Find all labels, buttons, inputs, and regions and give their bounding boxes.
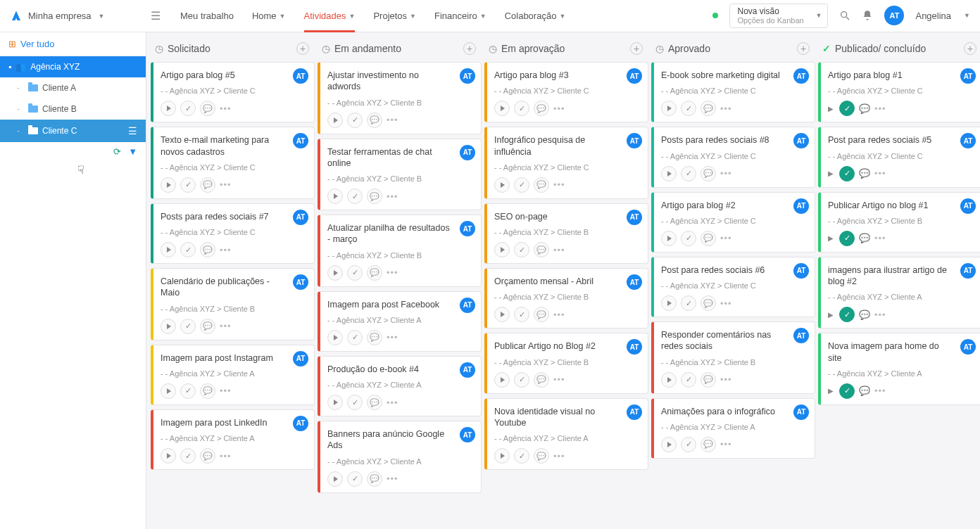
check-button[interactable] <box>180 448 196 464</box>
kanban-card[interactable]: ATCalendário de publicações - Maio- - Ag… <box>151 268 315 340</box>
kanban-card[interactable]: ATE-book sobre marketing digital- - Agên… <box>651 62 815 122</box>
play-button[interactable] <box>661 295 677 311</box>
check-button[interactable] <box>347 189 363 204</box>
kanban-card[interactable]: ATImagem para post Facebook- - Agência X… <box>318 291 482 352</box>
chat-button[interactable] <box>534 372 549 388</box>
filter-icon[interactable]: ▼ <box>128 146 137 157</box>
chat-button[interactable] <box>701 231 716 246</box>
view-selector[interactable]: Nova visão Opções do Kanban ▼ <box>729 4 828 29</box>
chat-icon[interactable]: 💬 <box>859 310 870 320</box>
kanban-card[interactable]: ATNova identidade visual no Youtube- - A… <box>484 398 648 471</box>
more-icon[interactable]: ••• <box>220 179 232 190</box>
done-button[interactable] <box>839 166 855 181</box>
chat-button[interactable] <box>367 330 382 345</box>
play-button[interactable] <box>494 372 510 388</box>
add-card-button[interactable]: + <box>296 42 309 55</box>
chat-button[interactable] <box>534 101 549 116</box>
play-button[interactable] <box>494 307 510 322</box>
nav-atividades[interactable]: Atividades▼ <box>304 0 356 32</box>
more-icon[interactable]: ••• <box>720 298 732 309</box>
check-button[interactable] <box>681 101 696 116</box>
assignee-avatar[interactable]: AT <box>960 68 976 84</box>
assignee-avatar[interactable]: AT <box>293 351 308 367</box>
chat-button[interactable] <box>701 101 716 116</box>
sidebar-item-cliente-a[interactable]: -Cliente A <box>0 77 146 98</box>
done-button[interactable] <box>839 101 855 116</box>
more-icon[interactable]: ••• <box>220 321 232 331</box>
sidebar-item-cliente-b[interactable]: -Cliente B <box>0 98 146 120</box>
more-icon[interactable]: ••• <box>720 233 732 243</box>
assignee-avatar[interactable]: AT <box>460 362 475 378</box>
done-button[interactable] <box>839 231 855 246</box>
kanban-card[interactable]: ATBanners para anúncio Google Ads- - Agê… <box>318 421 482 493</box>
check-button[interactable] <box>180 383 196 399</box>
more-icon[interactable]: ••• <box>387 267 398 278</box>
play-button[interactable] <box>327 330 343 345</box>
more-icon[interactable]: ••• <box>387 332 398 343</box>
kanban-card[interactable]: ATArtigo para blog #1- - Agência XYZ > C… <box>818 62 980 122</box>
play-button[interactable] <box>161 319 176 334</box>
play-button[interactable] <box>661 231 677 246</box>
chevron-down-icon[interactable]: ▼ <box>964 12 970 19</box>
play-button[interactable] <box>661 101 677 116</box>
play-button[interactable] <box>161 383 176 399</box>
more-icon[interactable]: ••• <box>387 473 398 484</box>
kanban-card[interactable]: ATPosts para redes sociais #7- - Agência… <box>151 203 315 264</box>
play-button[interactable] <box>661 372 677 388</box>
check-button[interactable] <box>347 113 363 128</box>
chat-button[interactable] <box>701 295 716 311</box>
brand-selector[interactable]: Minha empresa ▼ <box>10 10 146 23</box>
chat-icon[interactable]: 💬 <box>859 103 870 114</box>
more-icon[interactable]: ••• <box>387 397 398 408</box>
more-icon[interactable]: ••• <box>874 233 886 243</box>
play-button[interactable] <box>661 166 677 181</box>
assignee-avatar[interactable]: AT <box>793 263 809 279</box>
kanban-card[interactable]: ATTestar ferramentas de chat online- - A… <box>318 139 482 211</box>
more-icon[interactable]: ••• <box>720 168 732 179</box>
add-card-button[interactable]: + <box>463 42 476 55</box>
chat-button[interactable] <box>200 101 215 116</box>
play-button[interactable] <box>494 101 510 116</box>
chat-button[interactable] <box>367 395 382 410</box>
more-icon[interactable]: ••• <box>553 103 565 114</box>
more-icon[interactable]: ••• <box>553 310 565 320</box>
check-button[interactable] <box>514 242 529 257</box>
more-icon[interactable]: ••• <box>220 385 232 396</box>
check-button[interactable] <box>681 231 696 246</box>
kanban-card[interactable]: ATimagens para ilustrar artigo de blog #… <box>818 257 980 329</box>
chat-button[interactable] <box>367 189 382 204</box>
assignee-avatar[interactable]: AT <box>960 263 976 279</box>
kanban-card[interactable]: ATAnimações para o infográfico- - Agênci… <box>651 398 815 459</box>
play-button[interactable] <box>161 242 176 257</box>
play-button[interactable] <box>661 437 677 452</box>
play-button[interactable] <box>327 189 343 204</box>
assignee-avatar[interactable]: AT <box>293 210 308 225</box>
check-button[interactable] <box>514 101 529 116</box>
assignee-avatar[interactable]: AT <box>627 274 642 290</box>
assignee-avatar[interactable]: AT <box>960 198 976 214</box>
assignee-avatar[interactable]: AT <box>293 274 308 290</box>
play-button[interactable] <box>327 395 343 410</box>
nav-home[interactable]: Home▼ <box>252 0 286 32</box>
more-icon[interactable]: ••• <box>720 103 732 114</box>
chat-button[interactable] <box>367 265 382 281</box>
chat-icon[interactable]: 💬 <box>859 168 870 179</box>
chat-button[interactable] <box>534 177 549 193</box>
assignee-avatar[interactable]: AT <box>960 133 976 148</box>
kanban-card[interactable]: ATPosts para redes sociais #8- - Agência… <box>651 127 815 187</box>
assignee-avatar[interactable]: AT <box>627 210 642 225</box>
more-icon[interactable]: ••• <box>220 103 232 114</box>
play-button[interactable] <box>327 113 343 128</box>
more-icon[interactable]: ••• <box>553 179 565 190</box>
kanban-card[interactable]: ATOrçamento mensal - Abril- - Agência XY… <box>484 268 648 329</box>
kanban-card[interactable]: ATNova imagem para home do site- - Agênc… <box>818 333 980 405</box>
nav-colaboração[interactable]: Colaboração▼ <box>505 0 566 32</box>
check-button[interactable] <box>180 242 196 257</box>
menu-icon[interactable]: ☰ <box>128 125 137 136</box>
nav-financeiro[interactable]: Financeiro▼ <box>434 0 486 32</box>
play-button[interactable] <box>494 448 510 464</box>
nav-meu-trabalho[interactable]: Meu trabalho <box>180 0 234 32</box>
play-button[interactable] <box>327 265 343 281</box>
assignee-avatar[interactable]: AT <box>460 68 475 84</box>
assignee-avatar[interactable]: AT <box>627 68 642 84</box>
